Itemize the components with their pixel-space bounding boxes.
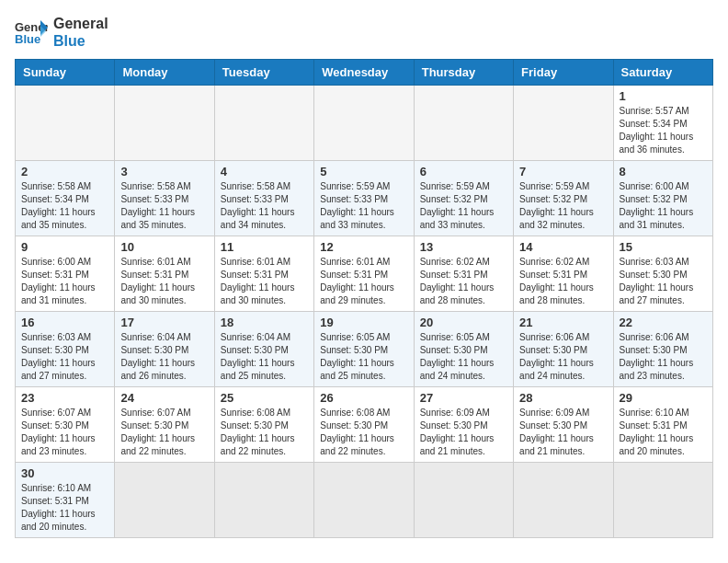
sunset-label: Sunset: 5:31 PM	[21, 270, 89, 280]
sunrise-label: Sunrise: 6:06 AM	[519, 332, 589, 342]
sunrise-label: Sunrise: 6:06 AM	[620, 332, 689, 342]
sunset-label: Sunset: 5:31 PM	[620, 420, 688, 431]
calendar-cell: 9Sunrise: 6:00 AMSunset: 5:31 PMDaylight…	[16, 236, 115, 312]
day-number: 23	[21, 391, 108, 405]
cell-content: Sunrise: 5:59 AMSunset: 5:32 PMDaylight:…	[519, 180, 607, 232]
calendar-cell: 25Sunrise: 6:08 AMSunset: 5:30 PMDayligh…	[214, 387, 313, 463]
sunrise-label: Sunrise: 6:02 AM	[519, 257, 589, 267]
calendar-cell	[214, 86, 313, 161]
day-number: 19	[320, 316, 407, 329]
day-number: 7	[519, 165, 607, 178]
calendar-cell	[314, 86, 414, 161]
sunset-label: Sunset: 5:30 PM	[620, 270, 688, 280]
calendar-cell: 13Sunrise: 6:02 AMSunset: 5:31 PMDayligh…	[414, 236, 513, 312]
daylight-label: Daylight: 11 hours and 28 minutes.	[519, 282, 594, 305]
day-number: 18	[221, 316, 308, 329]
sunset-label: Sunset: 5:30 PM	[221, 345, 289, 355]
day-number: 28	[519, 391, 607, 405]
daylight-label: Daylight: 11 hours and 33 minutes.	[420, 207, 495, 230]
calendar-cell: 26Sunrise: 6:08 AMSunset: 5:30 PMDayligh…	[314, 387, 414, 463]
calendar-cell	[16, 86, 115, 161]
daylight-label: Daylight: 11 hours and 22 minutes.	[320, 433, 394, 456]
cell-content: Sunrise: 5:59 AMSunset: 5:32 PMDaylight:…	[420, 180, 507, 232]
calendar-table: SundayMondayTuesdayWednesdayThursdayFrid…	[15, 59, 713, 538]
cell-content: Sunrise: 5:58 AMSunset: 5:33 PMDaylight:…	[120, 180, 208, 232]
logo-icon: General Blue	[15, 18, 48, 46]
daylight-label: Daylight: 11 hours and 30 minutes.	[221, 282, 295, 305]
daylight-label: Daylight: 11 hours and 35 minutes.	[21, 207, 96, 230]
calendar-week-row: 9Sunrise: 6:00 AMSunset: 5:31 PMDaylight…	[16, 236, 713, 312]
sunset-label: Sunset: 5:34 PM	[620, 119, 688, 129]
daylight-label: Daylight: 11 hours and 31 minutes.	[21, 282, 96, 305]
cell-content: Sunrise: 6:08 AMSunset: 5:30 PMDaylight:…	[320, 407, 407, 458]
sunset-label: Sunset: 5:30 PM	[519, 420, 587, 431]
cell-content: Sunrise: 5:57 AMSunset: 5:34 PMDaylight:…	[620, 105, 707, 156]
sunset-label: Sunset: 5:31 PM	[221, 270, 289, 280]
daylight-label: Daylight: 11 hours and 23 minutes.	[620, 358, 694, 381]
sunrise-label: Sunrise: 6:07 AM	[120, 408, 190, 418]
sunset-label: Sunset: 5:30 PM	[420, 345, 488, 355]
daylight-label: Daylight: 11 hours and 33 minutes.	[320, 207, 394, 230]
cell-content: Sunrise: 6:01 AMSunset: 5:31 PMDaylight:…	[320, 256, 407, 307]
sunrise-label: Sunrise: 6:03 AM	[21, 332, 91, 342]
sunrise-label: Sunrise: 6:09 AM	[519, 408, 589, 418]
weekday-header-row: SundayMondayTuesdayWednesdayThursdayFrid…	[16, 60, 713, 86]
sunset-label: Sunset: 5:33 PM	[221, 194, 289, 204]
cell-content: Sunrise: 5:58 AMSunset: 5:34 PMDaylight:…	[21, 180, 108, 232]
calendar-cell: 5Sunrise: 5:59 AMSunset: 5:33 PMDaylight…	[314, 161, 414, 236]
sunset-label: Sunset: 5:32 PM	[420, 194, 488, 204]
calendar-cell: 23Sunrise: 6:07 AMSunset: 5:30 PMDayligh…	[16, 387, 115, 463]
sunrise-label: Sunrise: 5:59 AM	[519, 181, 589, 191]
day-number: 29	[620, 391, 707, 405]
sunrise-label: Sunrise: 6:01 AM	[221, 257, 290, 267]
calendar-cell: 22Sunrise: 6:06 AMSunset: 5:30 PMDayligh…	[613, 312, 712, 387]
cell-content: Sunrise: 6:02 AMSunset: 5:31 PMDaylight:…	[519, 256, 607, 307]
cell-content: Sunrise: 6:10 AMSunset: 5:31 PMDaylight:…	[21, 482, 108, 534]
day-number: 25	[221, 391, 308, 405]
daylight-label: Daylight: 11 hours and 30 minutes.	[120, 282, 195, 305]
day-number: 26	[320, 391, 407, 405]
cell-content: Sunrise: 6:05 AMSunset: 5:30 PMDaylight:…	[320, 331, 407, 383]
sunset-label: Sunset: 5:31 PM	[120, 270, 188, 280]
weekday-header-tuesday: Tuesday	[214, 60, 313, 86]
day-number: 27	[420, 391, 507, 405]
sunrise-label: Sunrise: 6:05 AM	[420, 332, 490, 342]
weekday-header-sunday: Sunday	[16, 60, 115, 86]
daylight-label: Daylight: 11 hours and 25 minutes.	[320, 358, 394, 381]
day-number: 16	[21, 316, 108, 329]
sunset-label: Sunset: 5:30 PM	[420, 420, 488, 431]
daylight-label: Daylight: 11 hours and 27 minutes.	[21, 358, 96, 381]
sunrise-label: Sunrise: 6:10 AM	[620, 408, 689, 418]
day-number: 8	[620, 165, 707, 178]
calendar-cell	[115, 86, 214, 161]
calendar-cell	[214, 463, 313, 538]
sunrise-label: Sunrise: 5:59 AM	[420, 181, 490, 191]
calendar-week-row: 16Sunrise: 6:03 AMSunset: 5:30 PMDayligh…	[16, 312, 713, 387]
daylight-label: Daylight: 11 hours and 36 minutes.	[620, 132, 694, 155]
logo-general: General	[53, 15, 108, 32]
weekday-header-friday: Friday	[514, 60, 613, 86]
daylight-label: Daylight: 11 hours and 25 minutes.	[221, 358, 295, 381]
calendar-cell: 14Sunrise: 6:02 AMSunset: 5:31 PMDayligh…	[514, 236, 613, 312]
cell-content: Sunrise: 6:03 AMSunset: 5:30 PMDaylight:…	[21, 331, 108, 383]
sunset-label: Sunset: 5:30 PM	[320, 345, 388, 355]
day-number: 4	[221, 165, 308, 178]
daylight-label: Daylight: 11 hours and 32 minutes.	[519, 207, 594, 230]
sunset-label: Sunset: 5:30 PM	[120, 420, 188, 431]
calendar-cell	[115, 463, 214, 538]
sunset-label: Sunset: 5:30 PM	[21, 420, 89, 431]
cell-content: Sunrise: 6:07 AMSunset: 5:30 PMDaylight:…	[120, 407, 208, 458]
weekday-header-monday: Monday	[115, 60, 214, 86]
day-number: 10	[120, 240, 208, 254]
daylight-label: Daylight: 11 hours and 28 minutes.	[420, 282, 495, 305]
day-number: 22	[620, 316, 707, 329]
cell-content: Sunrise: 5:59 AMSunset: 5:33 PMDaylight:…	[320, 180, 407, 232]
day-number: 20	[420, 316, 507, 329]
daylight-label: Daylight: 11 hours and 24 minutes.	[420, 358, 495, 381]
sunset-label: Sunset: 5:31 PM	[320, 270, 388, 280]
sunrise-label: Sunrise: 6:03 AM	[620, 257, 689, 267]
calendar-cell: 3Sunrise: 5:58 AMSunset: 5:33 PMDaylight…	[115, 161, 214, 236]
sunset-label: Sunset: 5:33 PM	[120, 194, 188, 204]
calendar-cell: 27Sunrise: 6:09 AMSunset: 5:30 PMDayligh…	[414, 387, 513, 463]
sunset-label: Sunset: 5:30 PM	[21, 345, 89, 355]
